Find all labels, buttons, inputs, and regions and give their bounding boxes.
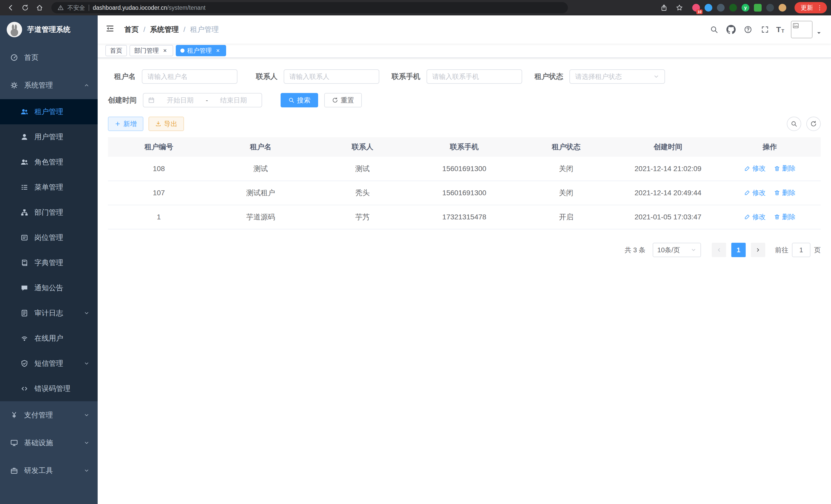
tab-close-icon[interactable]: × [161,47,169,54]
sidebar-item-system[interactable]: 系统管理 [0,71,98,99]
logo-avatar [7,22,22,37]
sidebar-logo[interactable]: 芋道管理系统 [0,16,98,44]
browser-update-button[interactable]: 更新 ⋮ [795,2,827,13]
sidebar-item-role[interactable]: 角色管理 [0,149,98,175]
app-header: 首页/系统管理/租户管理 TT [98,16,831,44]
next-page-button[interactable] [751,243,765,257]
contact-phone-input[interactable] [427,69,522,84]
edit-tenant-button[interactable]: 修改 [744,212,766,221]
user-avatar[interactable] [791,21,812,38]
edit-icon [744,189,750,196]
sidebar-item-home[interactable]: 首页 [0,44,98,71]
browser-menu-kebab-icon[interactable]: ⋮ [816,5,823,11]
tab-close-icon[interactable]: × [214,47,222,54]
omnibox-divider [89,5,89,11]
sidebar-item-tenant[interactable]: 租户管理 [0,99,98,124]
extension-green-y-icon[interactable]: y [742,4,749,11]
tab-home[interactable]: 首页 [105,45,127,56]
sidebar-item-online-user[interactable]: 在线用户 [0,326,98,351]
extension-pink-icon[interactable]: 10 [692,4,700,11]
breadcrumb-item[interactable]: 系统管理 [150,25,179,34]
sidebar-item-sms[interactable]: 短信管理 [0,351,98,376]
delete-tenant-button[interactable]: 删除 [774,212,796,221]
extension-blue-drop-icon[interactable] [705,4,712,11]
tenant-status-label: 租户状态 [535,72,563,82]
header-search-icon[interactable] [708,23,721,36]
cell-actions: 修改删除 [719,181,821,205]
tab-tenant[interactable]: 租户管理× [176,45,226,56]
cell-status: 开启 [515,205,617,229]
page-number-1[interactable]: 1 [731,243,746,257]
sidebar-toggle-icon[interactable] [105,24,117,35]
delete-tenant-button[interactable]: 删除 [774,164,796,173]
add-tenant-button[interactable]: 新增 [108,117,143,131]
sidebar-item-infrastructure[interactable]: 基础设施 [0,429,98,457]
tab-label: 部门管理 [134,47,159,55]
search-button[interactable]: 搜索 [281,93,318,108]
dashboard-icon [10,54,18,61]
sidebar-item-menu[interactable]: 菜单管理 [0,175,98,200]
edit-tenant-button[interactable]: 修改 [744,188,766,197]
sidebar-item-post[interactable]: 岗位管理 [0,225,98,250]
browser-refresh-button[interactable] [19,2,32,14]
reset-button[interactable]: 重置 [324,93,362,108]
sidebar-item-label: 部门管理 [34,208,63,217]
log-icon [21,309,28,317]
money-icon [10,411,18,419]
github-icon[interactable] [724,23,738,36]
sidebar-item-dict[interactable]: 字典管理 [0,250,98,275]
url-domain: dashboard.yudao.iocoder.cn [93,4,167,11]
column-header: 创建时间 [617,137,719,157]
create-time-range-picker[interactable]: 开始日期 - 结束日期 [143,93,262,108]
table-header-row: 租户编号租户名联系人联系手机租户状态创建时间操作 [108,137,821,157]
browser-back-button[interactable] [4,2,18,14]
cell-status: 关闭 [515,157,617,181]
prev-page-button[interactable] [712,243,726,257]
avatar-caret-icon[interactable] [816,30,823,37]
edit-tenant-button[interactable]: 修改 [744,164,766,173]
sidebar-item-user[interactable]: 用户管理 [0,124,98,149]
sidebar-item-dev-tools[interactable]: 研发工具 [0,457,98,484]
sidebar-item-payment[interactable]: 支付管理 [0,401,98,429]
browser-nav-buttons [4,2,46,14]
goto-page-input[interactable] [792,243,810,257]
extension-puzzle-icon[interactable] [766,4,774,11]
font-size-icon[interactable]: TT [775,25,785,34]
delete-tenant-button[interactable]: 删除 [774,188,796,197]
page-size-select[interactable]: 10条/页 [653,243,701,257]
bookmark-star-icon[interactable] [673,2,686,14]
browser-home-button[interactable] [33,2,46,14]
plus-icon [115,121,121,127]
chevron-down-icon [84,361,89,366]
contact-input[interactable] [284,69,379,84]
help-icon[interactable] [741,23,755,36]
sidebar-item-audit-log[interactable]: 审计日志 [0,301,98,326]
extension-globe-icon[interactable] [717,4,725,11]
shield-icon [21,360,28,367]
tenant-name-input[interactable] [142,69,237,84]
share-icon[interactable] [657,2,671,14]
sidebar-item-label: 基础设施 [24,438,53,448]
download-icon [155,121,161,127]
breadcrumb-item[interactable]: 首页 [124,25,139,34]
cell-created: 2021-01-05 17:03:47 [617,205,719,229]
extension-green-chat-icon[interactable] [754,4,762,11]
search-icon [791,120,797,127]
address-bar[interactable]: 不安全 dashboard.yudao.iocoder.cn/system/te… [51,2,568,13]
cell-status: 关闭 [515,181,617,205]
tenant-status-select[interactable]: 请选择租户状态 [569,69,665,84]
date-start-placeholder: 开始日期 [157,96,204,105]
extension-dark-green-icon[interactable] [729,4,737,11]
refresh-table-button[interactable] [806,117,821,131]
toggle-search-button[interactable] [787,117,801,131]
extension-avatar-icon[interactable] [779,4,786,11]
chevron-left-icon [716,247,722,253]
tab-dept[interactable]: 部门管理× [130,45,173,56]
page-url: dashboard.yudao.iocoder.cn/system/tenant [93,4,206,11]
sidebar-item-notice[interactable]: 通知公告 [0,275,98,301]
fullscreen-icon[interactable] [758,23,772,36]
sidebar-item-error-code[interactable]: 错误码管理 [0,376,98,401]
export-button[interactable]: 导出 [148,117,184,131]
sidebar-item-dept[interactable]: 部门管理 [0,200,98,225]
sidebar-item-label: 审计日志 [34,308,63,318]
